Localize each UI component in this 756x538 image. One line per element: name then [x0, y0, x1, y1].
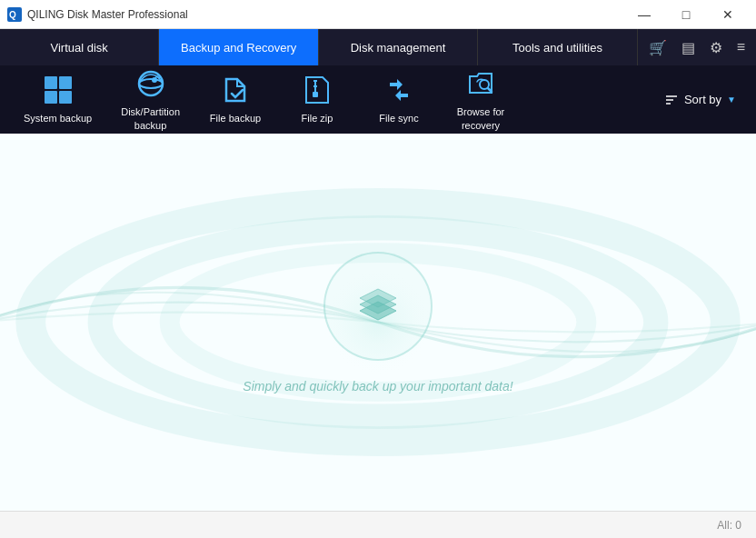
browse-for-recovery-icon	[464, 67, 497, 100]
minimize-button[interactable]: —	[623, 0, 665, 29]
sort-by-label: Sort by	[684, 93, 721, 106]
file-sync-icon	[383, 74, 415, 106]
title-bar: Q QILING Disk Master Professional — □ ✕	[0, 0, 756, 29]
browse-for-recovery-label: Browse forrecovery	[457, 105, 505, 132]
svg-rect-3	[59, 76, 72, 89]
file-backup-button[interactable]: File backup	[194, 66, 276, 132]
hamburger-icon: ≡	[737, 39, 745, 55]
disk-partition-backup-button[interactable]: Disk/Partitionbackup	[106, 60, 194, 139]
main-nav: Virtual disk Backup and Recovery Disk ma…	[0, 29, 638, 65]
file-zip-button[interactable]: File zip	[276, 66, 358, 132]
file-backup-icon	[219, 74, 252, 106]
system-backup-button[interactable]: System backup	[9, 66, 106, 132]
svg-rect-2	[45, 76, 57, 89]
svg-rect-13	[313, 92, 318, 97]
nav-icon-group: 🛒 ▤ ⚙ ≡	[638, 29, 756, 65]
toolbar: System backup Disk/Partitionbackup File …	[0, 65, 756, 134]
app-title: QILING Disk Master Professional	[27, 8, 188, 21]
disk-partition-backup-icon	[134, 67, 167, 100]
svg-rect-4	[45, 91, 57, 104]
tagline-text: Simply and quickly back up your importan…	[243, 379, 512, 394]
status-bar: All: 0	[0, 511, 756, 538]
list-icon-button[interactable]: ▤	[678, 39, 699, 56]
main-area: Simply and quickly back up your importan…	[0, 134, 756, 538]
sort-chevron-icon: ▼	[727, 95, 736, 105]
svg-rect-5	[59, 91, 72, 104]
menu-icon-button[interactable]: ≡	[733, 39, 749, 55]
svg-text:Q: Q	[9, 10, 16, 20]
count-value: 0	[735, 519, 741, 532]
sort-by-button[interactable]: Sort by ▼	[653, 87, 747, 113]
all-label: All:	[717, 519, 732, 532]
gear-icon: ⚙	[710, 39, 722, 56]
content-area: Simply and quickly back up your importan…	[0, 134, 756, 511]
file-zip-label: File zip	[302, 112, 333, 125]
list-icon: ▤	[681, 39, 695, 56]
disk-partition-backup-label: Disk/Partitionbackup	[121, 105, 180, 132]
maximize-button[interactable]: □	[665, 0, 707, 29]
browse-for-recovery-button[interactable]: Browse forrecovery	[440, 60, 522, 139]
layers-stack-icon	[351, 279, 405, 334]
title-bar-left: Q QILING Disk Master Professional	[7, 7, 188, 22]
close-button[interactable]: ✕	[707, 0, 749, 29]
file-sync-button[interactable]: File sync	[358, 66, 440, 132]
svg-point-6	[139, 72, 163, 95]
app-icon: Q	[7, 7, 22, 22]
cart-icon: 🛒	[649, 39, 667, 56]
settings-icon-button[interactable]: ⚙	[706, 39, 726, 56]
center-stack-icon	[323, 252, 433, 361]
title-bar-controls: — □ ✕	[623, 0, 749, 29]
sort-icon	[664, 93, 679, 107]
cart-icon-button[interactable]: 🛒	[645, 39, 671, 56]
system-backup-icon	[42, 74, 75, 106]
file-backup-label: File backup	[210, 112, 261, 125]
svg-point-7	[139, 79, 163, 88]
system-backup-label: System backup	[24, 112, 92, 125]
file-sync-label: File sync	[379, 112, 418, 125]
file-zip-icon	[301, 74, 333, 106]
